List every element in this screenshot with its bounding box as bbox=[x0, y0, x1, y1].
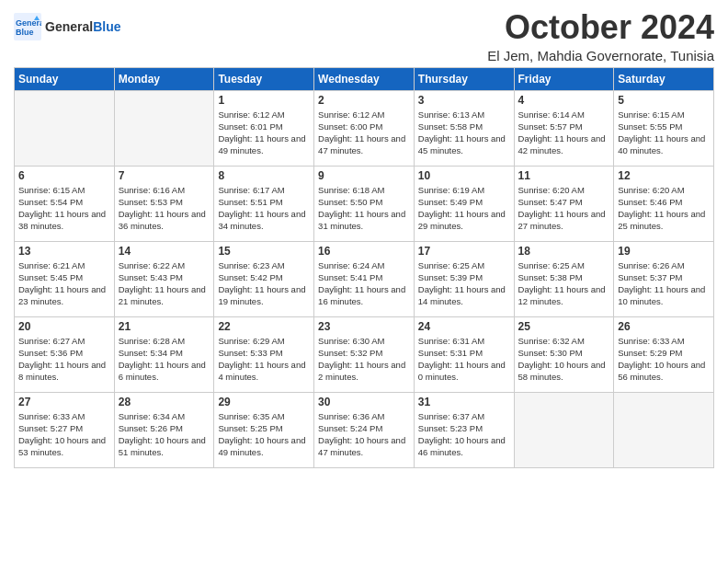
day-number: 1 bbox=[218, 94, 310, 107]
day-number: 28 bbox=[119, 396, 210, 408]
day-number: 10 bbox=[418, 169, 510, 182]
calendar-cell: 9Sunrise: 6:18 AM Sunset: 5:50 PM Daylig… bbox=[314, 166, 415, 241]
logo: General Blue GeneralBlue bbox=[14, 13, 120, 40]
day-number: 27 bbox=[18, 396, 110, 408]
col-header-thursday: Thursday bbox=[414, 67, 514, 90]
calendar-cell: 8Sunrise: 6:17 AM Sunset: 5:51 PM Daylig… bbox=[214, 166, 314, 241]
week-row-4: 20Sunrise: 6:27 AM Sunset: 5:36 PM Dayli… bbox=[15, 316, 714, 392]
calendar-cell: 2Sunrise: 6:12 AM Sunset: 6:00 PM Daylig… bbox=[314, 90, 415, 166]
day-number: 21 bbox=[119, 320, 210, 333]
calendar-cell: 14Sunrise: 6:22 AM Sunset: 5:43 PM Dayli… bbox=[114, 241, 214, 316]
calendar-cell: 25Sunrise: 6:32 AM Sunset: 5:30 PM Dayli… bbox=[514, 316, 614, 392]
calendar-cell bbox=[614, 392, 714, 467]
day-info: Sunrise: 6:24 AM Sunset: 5:41 PM Dayligh… bbox=[318, 259, 410, 308]
day-info: Sunrise: 6:31 AM Sunset: 5:31 PM Dayligh… bbox=[418, 335, 510, 384]
day-info: Sunrise: 6:33 AM Sunset: 5:27 PM Dayligh… bbox=[18, 410, 110, 459]
calendar-cell: 12Sunrise: 6:20 AM Sunset: 5:46 PM Dayli… bbox=[614, 166, 714, 241]
day-number: 18 bbox=[518, 245, 610, 258]
calendar-cell: 10Sunrise: 6:19 AM Sunset: 5:49 PM Dayli… bbox=[414, 166, 514, 241]
day-info: Sunrise: 6:21 AM Sunset: 5:45 PM Dayligh… bbox=[18, 259, 110, 308]
calendar-cell: 4Sunrise: 6:14 AM Sunset: 5:57 PM Daylig… bbox=[514, 90, 614, 166]
day-number: 5 bbox=[618, 94, 710, 107]
day-info: Sunrise: 6:23 AM Sunset: 5:42 PM Dayligh… bbox=[218, 259, 310, 308]
day-number: 30 bbox=[318, 396, 410, 408]
day-number: 14 bbox=[119, 245, 210, 258]
day-info: Sunrise: 6:34 AM Sunset: 5:26 PM Dayligh… bbox=[119, 410, 210, 459]
day-info: Sunrise: 6:12 AM Sunset: 6:00 PM Dayligh… bbox=[318, 109, 410, 157]
calendar-cell: 1Sunrise: 6:12 AM Sunset: 6:01 PM Daylig… bbox=[214, 90, 314, 166]
calendar-cell: 26Sunrise: 6:33 AM Sunset: 5:29 PM Dayli… bbox=[614, 316, 714, 392]
calendar-cell: 15Sunrise: 6:23 AM Sunset: 5:42 PM Dayli… bbox=[214, 241, 314, 316]
day-info: Sunrise: 6:13 AM Sunset: 5:58 PM Dayligh… bbox=[418, 109, 510, 157]
day-info: Sunrise: 6:25 AM Sunset: 5:39 PM Dayligh… bbox=[418, 259, 510, 308]
day-number: 20 bbox=[18, 320, 110, 333]
day-info: Sunrise: 6:15 AM Sunset: 5:54 PM Dayligh… bbox=[18, 184, 110, 233]
day-number: 17 bbox=[418, 245, 510, 258]
calendar-cell: 30Sunrise: 6:36 AM Sunset: 5:24 PM Dayli… bbox=[314, 392, 415, 467]
col-header-saturday: Saturday bbox=[614, 67, 714, 90]
week-row-2: 6Sunrise: 6:15 AM Sunset: 5:54 PM Daylig… bbox=[15, 166, 714, 241]
day-info: Sunrise: 6:30 AM Sunset: 5:32 PM Dayligh… bbox=[318, 335, 410, 384]
day-info: Sunrise: 6:20 AM Sunset: 5:47 PM Dayligh… bbox=[518, 184, 610, 233]
day-number: 16 bbox=[318, 245, 410, 258]
col-header-monday: Monday bbox=[114, 67, 214, 90]
day-info: Sunrise: 6:15 AM Sunset: 5:55 PM Dayligh… bbox=[618, 109, 710, 157]
calendar-cell: 3Sunrise: 6:13 AM Sunset: 5:58 PM Daylig… bbox=[414, 90, 514, 166]
week-row-1: 1Sunrise: 6:12 AM Sunset: 6:01 PM Daylig… bbox=[15, 90, 714, 166]
day-number: 29 bbox=[218, 396, 310, 408]
day-number: 7 bbox=[119, 169, 210, 182]
day-info: Sunrise: 6:36 AM Sunset: 5:24 PM Dayligh… bbox=[318, 410, 410, 459]
calendar-cell: 7Sunrise: 6:16 AM Sunset: 5:53 PM Daylig… bbox=[114, 166, 214, 241]
day-number: 26 bbox=[618, 320, 710, 333]
logo-icon: General Blue bbox=[14, 13, 41, 40]
calendar-cell: 28Sunrise: 6:34 AM Sunset: 5:26 PM Dayli… bbox=[114, 392, 214, 467]
svg-text:Blue: Blue bbox=[16, 28, 34, 37]
day-info: Sunrise: 6:33 AM Sunset: 5:29 PM Dayligh… bbox=[618, 335, 710, 384]
day-info: Sunrise: 6:19 AM Sunset: 5:49 PM Dayligh… bbox=[418, 184, 510, 233]
day-number: 12 bbox=[618, 169, 710, 182]
day-number: 15 bbox=[218, 245, 310, 258]
calendar-cell: 6Sunrise: 6:15 AM Sunset: 5:54 PM Daylig… bbox=[15, 166, 115, 241]
day-info: Sunrise: 6:29 AM Sunset: 5:33 PM Dayligh… bbox=[218, 335, 310, 384]
calendar-cell: 13Sunrise: 6:21 AM Sunset: 5:45 PM Dayli… bbox=[15, 241, 115, 316]
day-number: 24 bbox=[418, 320, 510, 333]
calendar-cell: 22Sunrise: 6:29 AM Sunset: 5:33 PM Dayli… bbox=[214, 316, 314, 392]
calendar-cell bbox=[15, 90, 115, 166]
day-number: 9 bbox=[318, 169, 410, 182]
day-info: Sunrise: 6:26 AM Sunset: 5:37 PM Dayligh… bbox=[618, 259, 710, 308]
day-number: 11 bbox=[518, 169, 610, 182]
day-info: Sunrise: 6:27 AM Sunset: 5:36 PM Dayligh… bbox=[18, 335, 110, 384]
calendar-table: SundayMondayTuesdayWednesdayThursdayFrid… bbox=[14, 67, 714, 468]
day-info: Sunrise: 6:22 AM Sunset: 5:43 PM Dayligh… bbox=[119, 259, 210, 308]
day-info: Sunrise: 6:17 AM Sunset: 5:51 PM Dayligh… bbox=[218, 184, 310, 233]
day-info: Sunrise: 6:18 AM Sunset: 5:50 PM Dayligh… bbox=[318, 184, 410, 233]
col-header-sunday: Sunday bbox=[15, 67, 115, 90]
calendar-cell bbox=[514, 392, 614, 467]
calendar-cell: 23Sunrise: 6:30 AM Sunset: 5:32 PM Dayli… bbox=[314, 316, 415, 392]
calendar-cell: 11Sunrise: 6:20 AM Sunset: 5:47 PM Dayli… bbox=[514, 166, 614, 241]
day-number: 31 bbox=[418, 396, 510, 408]
day-number: 23 bbox=[318, 320, 410, 333]
calendar-cell: 24Sunrise: 6:31 AM Sunset: 5:31 PM Dayli… bbox=[414, 316, 514, 392]
location-title: El Jem, Mahdia Governorate, Tunisia bbox=[487, 48, 714, 63]
day-number: 2 bbox=[318, 94, 410, 107]
col-header-wednesday: Wednesday bbox=[314, 67, 415, 90]
calendar-cell: 29Sunrise: 6:35 AM Sunset: 5:25 PM Dayli… bbox=[214, 392, 314, 467]
calendar-cell: 19Sunrise: 6:26 AM Sunset: 5:37 PM Dayli… bbox=[614, 241, 714, 316]
day-info: Sunrise: 6:14 AM Sunset: 5:57 PM Dayligh… bbox=[518, 109, 610, 157]
calendar-cell: 20Sunrise: 6:27 AM Sunset: 5:36 PM Dayli… bbox=[15, 316, 115, 392]
calendar-cell: 21Sunrise: 6:28 AM Sunset: 5:34 PM Dayli… bbox=[114, 316, 214, 392]
calendar-cell: 27Sunrise: 6:33 AM Sunset: 5:27 PM Dayli… bbox=[15, 392, 115, 467]
header: General Blue GeneralBlue October 2024 El… bbox=[14, 9, 714, 63]
day-info: Sunrise: 6:20 AM Sunset: 5:46 PM Dayligh… bbox=[618, 184, 710, 233]
calendar-cell bbox=[114, 90, 214, 166]
day-number: 8 bbox=[218, 169, 310, 182]
col-header-tuesday: Tuesday bbox=[214, 67, 314, 90]
calendar-cell: 31Sunrise: 6:37 AM Sunset: 5:23 PM Dayli… bbox=[414, 392, 514, 467]
day-info: Sunrise: 6:28 AM Sunset: 5:34 PM Dayligh… bbox=[119, 335, 210, 384]
day-number: 25 bbox=[518, 320, 610, 333]
logo-text: GeneralBlue bbox=[45, 19, 120, 34]
calendar-cell: 16Sunrise: 6:24 AM Sunset: 5:41 PM Dayli… bbox=[314, 241, 415, 316]
calendar-cell: 17Sunrise: 6:25 AM Sunset: 5:39 PM Dayli… bbox=[414, 241, 514, 316]
month-title: October 2024 bbox=[487, 9, 714, 46]
